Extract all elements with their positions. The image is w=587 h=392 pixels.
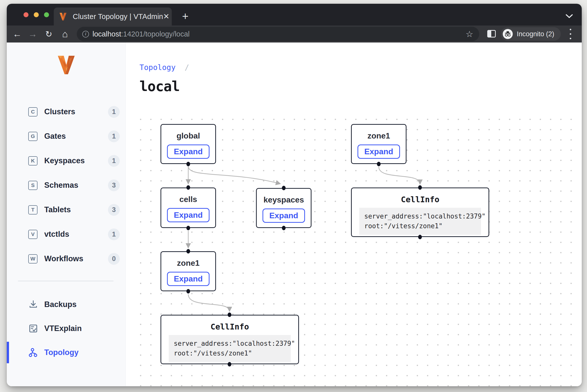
incognito-icon xyxy=(504,31,511,37)
vtexplain-icon xyxy=(28,324,38,334)
vitess-favicon-icon xyxy=(59,13,67,20)
count-badge: 3 xyxy=(108,204,120,216)
clusters-letter-icon: C xyxy=(28,107,38,116)
node-title: cells xyxy=(179,195,197,204)
sidebar-item-clusters[interactable]: CClusters1 xyxy=(7,100,126,124)
url-host: localhost xyxy=(92,30,121,38)
url-text: localhost:14201/topology/local xyxy=(92,30,190,38)
keyspaces-letter-icon: K xyxy=(28,156,38,166)
topology-node-zone1-lower: zone1Expand xyxy=(160,251,216,291)
topology-node-cells: cellsExpand xyxy=(160,188,216,228)
node-title: global xyxy=(176,131,200,140)
sidebar-item-label: Keyspaces xyxy=(44,156,85,165)
sidebar-item-label: Backups xyxy=(44,300,76,309)
sidebar-item-schemas[interactable]: SSchemas3 xyxy=(7,173,126,198)
tab-strip: Cluster Topology | VTAdmin ✕ + xyxy=(7,4,582,26)
topology-node-global: globalExpand xyxy=(160,124,216,164)
incognito-label: Incognito (2) xyxy=(517,30,554,38)
sidebar-item-tablets[interactable]: TTablets3 xyxy=(7,198,126,222)
sidebar-item-vtexplain[interactable]: VTExplain xyxy=(7,316,126,340)
workflows-letter-icon: W xyxy=(28,254,38,264)
new-tab-button[interactable]: + xyxy=(179,11,191,23)
node-title: CellInfo xyxy=(401,195,439,204)
sidebar: CClusters1GGates1KKeyspaces1SSchemas3TTa… xyxy=(7,42,126,386)
node-title: keyspaces xyxy=(264,195,304,204)
sidebar-item-vtctlds[interactable]: Vvtctlds1 xyxy=(7,222,126,246)
backups-icon xyxy=(28,300,38,310)
count-badge: 1 xyxy=(108,106,120,118)
sidebar-item-label: Gates xyxy=(44,132,66,141)
cellinfo-code: server_address:"localhost:2379" root:"/v… xyxy=(169,335,291,362)
browser-menu-icon[interactable] xyxy=(569,29,572,39)
back-button[interactable]: ← xyxy=(11,26,24,42)
topology-icon xyxy=(28,348,38,358)
count-badge: 0 xyxy=(108,253,120,265)
topology-canvas: CellInfoserver_address:"localhost:2379" … xyxy=(126,114,582,386)
sidebar-divider xyxy=(18,281,114,281)
schemas-letter-icon: S xyxy=(28,181,38,190)
site-info-icon[interactable]: i xyxy=(82,31,89,38)
node-title: zone1 xyxy=(368,131,390,140)
side-panel-icon[interactable] xyxy=(487,30,496,38)
sidebar-item-label: Topology xyxy=(44,348,78,357)
tab-close-icon[interactable]: ✕ xyxy=(163,13,169,20)
incognito-avatar xyxy=(503,29,513,39)
node-title: zone1 xyxy=(177,258,200,268)
traffic-light-minimize-icon[interactable] xyxy=(34,12,39,17)
topology-node-cellinfo-bottom: CellInfoserver_address:"localhost:2379" … xyxy=(160,315,299,364)
breadcrumb-topology-link[interactable]: Topology xyxy=(140,63,176,72)
vitess-logo xyxy=(7,56,126,74)
breadcrumb: Topology / xyxy=(140,63,582,72)
edge-zone1top-cellinfo xyxy=(379,167,420,184)
sidebar-tools: BackupsVTExplainTopology xyxy=(7,292,126,364)
node-title: CellInfo xyxy=(210,322,249,332)
browser-window: Cluster Topology | VTAdmin ✕ + ← → ↻ ⌂ i… xyxy=(7,4,582,386)
topology-node-cellinfo-right: CellInfoserver_address:"localhost:2379" … xyxy=(351,188,489,237)
forward-button[interactable]: → xyxy=(26,26,39,42)
tablets-letter-icon: T xyxy=(28,205,38,214)
browser-toolbar: ← → ↻ ⌂ i localhost:14201/topology/local… xyxy=(7,26,582,42)
expand-button[interactable]: Expand xyxy=(167,208,210,222)
sidebar-item-backups[interactable]: Backups xyxy=(7,292,126,316)
sidebar-item-label: vtctlds xyxy=(44,230,69,239)
count-badge: 1 xyxy=(108,130,120,142)
page-title: local xyxy=(140,78,582,94)
breadcrumb-separator: / xyxy=(185,63,189,72)
count-badge: 1 xyxy=(108,155,120,167)
expand-button[interactable]: Expand xyxy=(167,144,210,159)
cellinfo-code: server_address:"localhost:2379" root:"/v… xyxy=(359,208,481,235)
count-badge: 1 xyxy=(108,228,120,240)
gates-letter-icon: G xyxy=(28,132,38,141)
sidebar-item-label: Tablets xyxy=(44,205,71,214)
sidebar-item-topology[interactable]: Topology xyxy=(7,340,126,364)
home-button[interactable]: ⌂ xyxy=(58,26,72,42)
sidebar-item-label: Workflows xyxy=(44,254,83,263)
count-badge: 3 xyxy=(108,180,120,191)
url-path: :14201/topology/local xyxy=(121,30,190,38)
traffic-light-maximize-icon[interactable] xyxy=(44,12,49,17)
bookmark-star-icon[interactable]: ☆ xyxy=(466,30,473,38)
browser-tab[interactable]: Cluster Topology | VTAdmin ✕ xyxy=(54,8,172,26)
address-bar[interactable]: i localhost:14201/topology/local ☆ xyxy=(77,27,479,41)
traffic-light-close-icon[interactable] xyxy=(24,12,28,17)
edge-global-keyspaces xyxy=(188,166,280,184)
sidebar-item-label: Clusters xyxy=(44,107,75,116)
tab-search-chevron-icon[interactable] xyxy=(565,14,573,19)
expand-button[interactable]: Expand xyxy=(167,272,210,286)
vtctlds-letter-icon: V xyxy=(28,230,38,239)
sidebar-item-workflows[interactable]: WWorkflows0 xyxy=(7,246,126,271)
tab-title: Cluster Topology | VTAdmin xyxy=(73,12,163,21)
sidebar-item-label: VTExplain xyxy=(44,324,82,333)
sidebar-item-label: Schemas xyxy=(44,181,78,190)
reload-button[interactable]: ↻ xyxy=(42,26,55,42)
sidebar-item-gates[interactable]: GGates1 xyxy=(7,124,126,148)
incognito-badge[interactable]: Incognito (2) xyxy=(501,27,561,41)
main-content: Topology / local CellInfoserver_address:… xyxy=(126,42,582,386)
expand-button[interactable]: Expand xyxy=(358,144,400,159)
sidebar-item-keyspaces[interactable]: KKeyspaces1 xyxy=(7,148,126,173)
expand-button[interactable]: Expand xyxy=(262,208,305,223)
topology-node-zone1-top: zone1Expand xyxy=(351,124,406,164)
edge-zone1lower-cellinfo xyxy=(188,294,230,311)
vitess-logo-icon xyxy=(56,56,77,74)
sidebar-nav: CClusters1GGates1KKeyspaces1SSchemas3TTa… xyxy=(7,100,126,271)
